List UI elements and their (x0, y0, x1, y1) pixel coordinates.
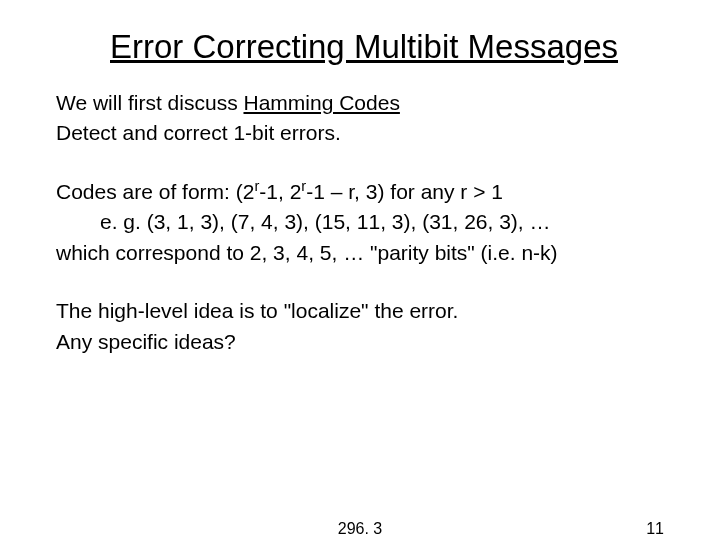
intro-paragraph: We will first discuss Hamming Codes Dete… (56, 88, 672, 149)
codes-line-3: which correspond to 2, 3, 4, 5, … "parit… (56, 238, 672, 268)
intro-line-1: We will first discuss Hamming Codes (56, 88, 672, 118)
codes-line-2: e. g. (3, 1, 3), (7, 4, 3), (15, 11, 3),… (100, 207, 672, 237)
intro-line-2: Detect and correct 1-bit errors. (56, 118, 672, 148)
slide-title: Error Correcting Multibit Messages (56, 28, 672, 66)
codes-line-1: Codes are of form: (2r-1, 2r-1 – r, 3) f… (56, 177, 672, 207)
hamming-codes-term: Hamming Codes (243, 91, 399, 114)
codes-text-a: Codes are of form: (2 (56, 180, 254, 203)
slide: Error Correcting Multibit Messages We wi… (0, 0, 720, 540)
codes-paragraph: Codes are of form: (2r-1, 2r-1 – r, 3) f… (56, 177, 672, 268)
intro-text-a: We will first discuss (56, 91, 243, 114)
closing-line-1: The high-level idea is to "localize" the… (56, 296, 672, 326)
footer-page-number: 11 (646, 520, 664, 538)
closing-line-2: Any specific ideas? (56, 327, 672, 357)
codes-text-c: -1 – r, 3) for any r > 1 (306, 180, 503, 203)
footer-course-number: 296. 3 (338, 520, 382, 538)
slide-body: We will first discuss Hamming Codes Dete… (56, 88, 672, 357)
closing-paragraph: The high-level idea is to "localize" the… (56, 296, 672, 357)
codes-text-b: -1, 2 (259, 180, 301, 203)
